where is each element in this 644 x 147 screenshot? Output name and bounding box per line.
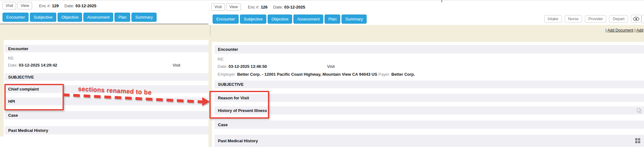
- tab-objective[interactable]: Objective: [58, 13, 82, 22]
- subjective-header-bar: SUBJECTIVE: [214, 80, 644, 88]
- tab-encounter[interactable]: Encounter: [3, 13, 29, 22]
- provider-button[interactable]: Provider: [585, 15, 607, 23]
- employer-payer-line: Employer: Better Corp. - 12001 Pacific C…: [218, 72, 415, 77]
- encounter-header-bar: Encounter: [5, 45, 208, 52]
- view-button[interactable]: View: [226, 3, 241, 11]
- tab-assessment[interactable]: Assessment: [293, 15, 323, 24]
- document-links: | Add Document | Add: [605, 28, 643, 32]
- nurse-button[interactable]: Nurse: [565, 15, 582, 23]
- right-encounter-toolbar: Visit View Enc #:126 Date:03-12-2025: [208, 0, 644, 14]
- annotation-arrowhead: [202, 97, 210, 106]
- left-page-margin: [0, 24, 4, 137]
- subjective-header-bar: SUBJECTIVE: [5, 73, 208, 81]
- right-soap-tab-bar: Encounter Subjective Objective Assessmen…: [208, 13, 644, 26]
- add-link[interactable]: Add: [636, 28, 643, 32]
- right-screenshot: Visit View Enc #:126 Date:03-12-2025 Enc…: [208, 0, 644, 147]
- eye-icon: [633, 17, 639, 21]
- re-label: RE:: [218, 57, 225, 62]
- panel-edge-line: [210, 25, 210, 35]
- clipped-button-edge[interactable]: [641, 15, 644, 23]
- annotation-box-new-sections: [209, 91, 269, 119]
- enc-date: Date:03-12-2025: [64, 3, 97, 8]
- section-past-medical-history[interactable]: Past Medical History: [5, 126, 208, 134]
- visit-button[interactable]: Visit: [211, 3, 225, 11]
- tab-summary[interactable]: Summary: [131, 13, 157, 22]
- re-label: RE:: [8, 56, 15, 61]
- tab-plan[interactable]: Plan: [325, 15, 340, 24]
- link-separator: |: [635, 28, 636, 32]
- enc-number: Enc #:129: [39, 3, 59, 8]
- copy-icon[interactable]: [636, 108, 642, 115]
- enc-number: Enc #:126: [248, 5, 268, 9]
- view-button[interactable]: View: [17, 2, 32, 9]
- visit-button[interactable]: Visit: [3, 2, 16, 9]
- tab-assessment[interactable]: Assessment: [83, 13, 113, 22]
- section-past-medical-history[interactable]: Past Medical History: [214, 135, 644, 147]
- link-separator: |: [605, 28, 606, 32]
- encounter-date-line: Date: 03-12-2025 13:46:50: [218, 64, 267, 69]
- stage-button-group: Intake Nurse Provider Depart: [544, 15, 641, 23]
- left-soap-tab-bar: Encounter Subjective Objective Assessmen…: [0, 11, 208, 24]
- tab-objective[interactable]: Objective: [268, 15, 292, 24]
- left-page-background: [0, 24, 208, 40]
- encounter-date-line: Date: 03-12-2025 14:29:42: [8, 63, 57, 68]
- tab-subjective[interactable]: Subjective: [240, 15, 266, 24]
- section-case[interactable]: Case: [5, 111, 208, 119]
- tab-encounter[interactable]: Encounter: [213, 15, 239, 24]
- intake-button[interactable]: Intake: [544, 15, 562, 23]
- left-encounter-toolbar: Visit View Enc #:129 Date:03-12-2025: [0, 0, 208, 11]
- section-history-of-present-illness[interactable]: History of Present Illness: [214, 106, 644, 115]
- visit-type-label: Visit: [173, 63, 180, 68]
- grid-handle-icon[interactable]: [635, 138, 640, 143]
- section-reason-for-visit[interactable]: Reason for Visit: [214, 94, 644, 102]
- enc-date: Date:03-12-2025: [273, 5, 305, 9]
- encounter-header-bar: Encounter: [214, 45, 644, 54]
- section-case[interactable]: Case: [214, 121, 644, 129]
- visit-type-label: Visit: [327, 64, 335, 69]
- add-document-link[interactable]: Add Document: [608, 28, 634, 32]
- cursor-artifact: [441, 0, 442, 2]
- right-encounter-panel: Encounter RE: Date: 03-12-2025 13:46:50 …: [212, 42, 644, 147]
- tab-summary[interactable]: Summary: [341, 15, 367, 24]
- annotation-box-old-sections: [4, 84, 64, 110]
- tab-subjective[interactable]: Subjective: [30, 13, 56, 22]
- tab-plan[interactable]: Plan: [114, 13, 130, 22]
- depart-button[interactable]: Depart: [609, 15, 628, 23]
- side-by-side-comparison: Visit View Enc #:129 Date:03-12-2025 Enc…: [0, 0, 644, 147]
- left-screenshot: Visit View Enc #:129 Date:03-12-2025 Enc…: [0, 0, 208, 147]
- visibility-toggle-button[interactable]: [631, 15, 641, 23]
